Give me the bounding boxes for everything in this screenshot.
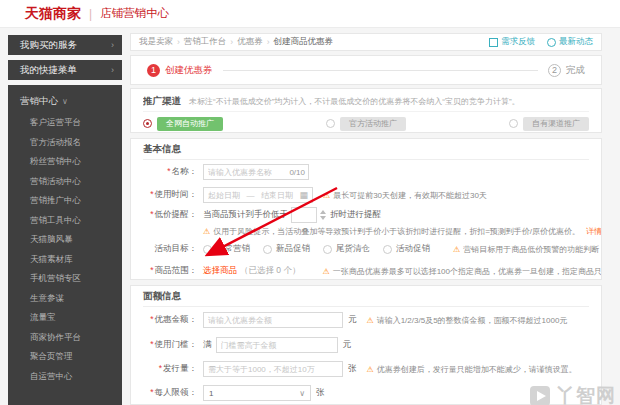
sidebar-section-marketing-center[interactable]: 营销中心∨	[8, 91, 122, 113]
goal-option-label: 尾货清仓	[336, 243, 370, 255]
product-scope-hint: ⚠ 一张商品优惠券最多可以选择100个指定商品，优惠券一旦创建，指定商品只能增加…	[322, 266, 602, 277]
page: 天猫商家 | 店铺营销中心 我购买的服务 › 我的快捷菜单 › 营销中心∨ 客户…	[0, 0, 620, 405]
limit-select-value: 1	[209, 389, 213, 398]
promotion-channel-options: 全网自动推广官方活动推广自有渠道推广	[143, 112, 589, 133]
sidebar-item[interactable]: 手机营销专区	[8, 269, 122, 289]
warning-icon: ⚠	[203, 227, 210, 236]
activity-goal-label: 活动目标：	[155, 243, 198, 253]
chevron-down-icon: ∨	[62, 97, 68, 106]
promotion-channel-card: 推广渠道 未标注“不计最低成交价”均为计入，不计最低成交价的优惠券将不会纳入“宝…	[130, 88, 602, 133]
required-mark: *	[159, 363, 162, 373]
sidebar-button-purchased-services[interactable]: 我购买的服务 ›	[8, 35, 122, 55]
sidebar-item[interactable]: 天猫素材库	[8, 250, 122, 270]
goal-option-label: 活动促销	[396, 243, 430, 255]
low-price-alert-row: *低价提醒： 当商品预计到手价低于 折时进行提醒 ⚠ 仅用于风险提示，当活动叠加…	[143, 206, 589, 238]
sidebar-item[interactable]: 营销工具中心	[8, 211, 122, 231]
sidebar-item[interactable]: 官方活动报名	[8, 133, 122, 153]
toplink-feedback[interactable]: 需求反馈	[489, 36, 535, 48]
goal-option[interactable]: 新品促销	[263, 243, 310, 255]
breadcrumb-item[interactable]: 我是卖家	[139, 36, 173, 48]
sidebar-item-list: 客户运营平台官方活动报名粉丝营销中心营销活动中心营销推广中心营销工具中心天猫脑风…	[8, 113, 122, 386]
basic-info-title: 基本信息	[143, 139, 589, 160]
coupon-name-label: 名称：	[172, 166, 198, 176]
step-1-label: 创建优惠券	[165, 64, 213, 77]
channel-option-button[interactable]: 自有渠道推广	[523, 117, 589, 131]
threshold-row: *使用门槛： 满 元	[143, 333, 589, 357]
sidebar-item[interactable]: 商家协作平台	[8, 328, 122, 348]
stepper-down-icon	[320, 216, 326, 220]
channel-radio[interactable]	[509, 119, 518, 128]
sidebar-button-quick-menu[interactable]: 我的快捷菜单 ›	[8, 60, 122, 80]
selected-count-text: （已选择 0 个）	[240, 265, 300, 277]
sidebar-item[interactable]: 营销活动中心	[8, 172, 122, 192]
breadcrumb-item[interactable]: 创建商品优惠券	[274, 36, 334, 48]
brand-divider: |	[89, 7, 92, 21]
toplink-clock[interactable]: 最新动态	[547, 36, 593, 48]
issue-volume-label: 发行量：	[163, 363, 197, 373]
tmall-merchant-logo[interactable]: 天猫商家	[25, 5, 81, 23]
clock-icon	[547, 38, 556, 47]
page-subtitle: 店铺营销中心	[100, 6, 169, 21]
breadcrumb-separator: ›	[230, 37, 233, 47]
promotion-channel-header: 推广渠道 未标注“不计最低成交价”均为计入，不计最低成交价的优惠券将不会纳入“宝…	[143, 89, 589, 112]
char-counter: 0/10	[289, 168, 305, 177]
activity-goal-options: 日常营销新品促销尾货清仓活动促销	[203, 243, 443, 255]
number-stepper[interactable]	[320, 210, 326, 220]
goal-radio[interactable]	[383, 245, 392, 254]
sidebar-item[interactable]: 客户运营平台	[8, 113, 122, 133]
required-mark: *	[150, 314, 153, 324]
breadcrumb-item[interactable]: 优惠券	[237, 36, 263, 48]
channel-option-button[interactable]: 全网自动推广	[157, 117, 223, 131]
breadcrumb: 我是卖家›营销工作台›优惠券›创建商品优惠券	[139, 36, 333, 48]
goal-radio[interactable]	[203, 245, 212, 254]
activity-goal-hint: ⚠ 营销目标用于商品低价预警的功能判断	[453, 244, 599, 255]
discount-threshold-input[interactable]	[291, 207, 317, 223]
sidebar-item[interactable]: 天猫脑风暴	[8, 230, 122, 250]
toplink-label: 需求反馈	[501, 36, 535, 48]
learn-more-link[interactable]: 详情了解更多 »	[586, 226, 602, 237]
goal-option[interactable]: 活动促销	[383, 243, 430, 255]
threshold-prefix: 满	[203, 339, 212, 351]
coupon-amount-input[interactable]	[203, 312, 343, 328]
goal-option[interactable]: 日常营销	[203, 243, 250, 255]
limit-select[interactable]: 1 ∨	[203, 385, 311, 401]
coupon-name-input-wrap: 0/10	[203, 164, 309, 180]
warning-icon: ⚠	[453, 245, 460, 254]
sidebar-item[interactable]: 自运营中心	[8, 367, 122, 387]
sidebar-item[interactable]: 流量宝	[8, 308, 122, 328]
watermark-logo-icon	[530, 386, 550, 405]
low-price-alert-hint: ⚠ 仅用于风险提示，当活动叠加等导致预计到手价小于该折扣时进行提醒，折扣=预测到…	[203, 226, 602, 237]
sidebar: 我购买的服务 › 我的快捷菜单 › 营销中心∨ 客户运营平台官方活动报名粉丝营销…	[8, 35, 122, 405]
issue-volume-input[interactable]	[203, 361, 343, 377]
promotion-channel-title: 推广渠道	[143, 95, 181, 108]
coupon-amount-row: *优惠金额： 元 ⚠ 请输入1/2/3/5及5的整数倍金额，面额不得超过1000…	[143, 307, 589, 333]
chevron-right-icon: ›	[111, 65, 114, 75]
channel-radio[interactable]	[326, 119, 335, 128]
breadcrumb-item[interactable]: 营销工作台	[184, 36, 227, 48]
select-products-link[interactable]: 选择商品	[203, 265, 237, 277]
product-scope-row: *商品范围： 选择商品 （已选择 0 个） ⚠ 一张商品优惠券最多可以选择100…	[143, 260, 589, 280]
goal-option-label: 新品促销	[276, 243, 310, 255]
breadcrumb-separator: ›	[177, 37, 180, 47]
channel-radio[interactable]	[143, 119, 152, 128]
goal-radio[interactable]	[263, 245, 272, 254]
goal-radio[interactable]	[323, 245, 332, 254]
watermark-text: 丫智网	[556, 383, 616, 405]
use-time-label: 使用时间：	[155, 189, 198, 199]
sidebar-item[interactable]: 生意参谋	[8, 289, 122, 309]
per-person-limit-row: *每人限领： 1 ∨ 张	[143, 381, 589, 405]
goal-option[interactable]: 尾货清仓	[323, 243, 370, 255]
zhang-unit: 张	[316, 387, 325, 399]
sidebar-item[interactable]: 营销推广中心	[8, 191, 122, 211]
breadcrumb-separator: ›	[267, 37, 270, 47]
sidebar-item[interactable]: 聚合页管理	[8, 347, 122, 367]
channel-option-button[interactable]: 官方活动推广	[340, 117, 406, 131]
threshold-input[interactable]	[216, 337, 338, 353]
date-range-picker[interactable]: 起始日期 — 结束日期 ▦	[203, 187, 313, 203]
topbar-links: 需求反馈最新动态	[489, 36, 593, 48]
sidebar-section-title: 营销中心	[20, 95, 58, 106]
sidebar-item[interactable]: 粉丝营销中心	[8, 152, 122, 172]
sidebar-button-label: 我的快捷菜单	[20, 64, 77, 77]
alert-prefix-text: 当商品预计到手价低于	[203, 209, 288, 221]
step-connector-line	[223, 70, 539, 71]
